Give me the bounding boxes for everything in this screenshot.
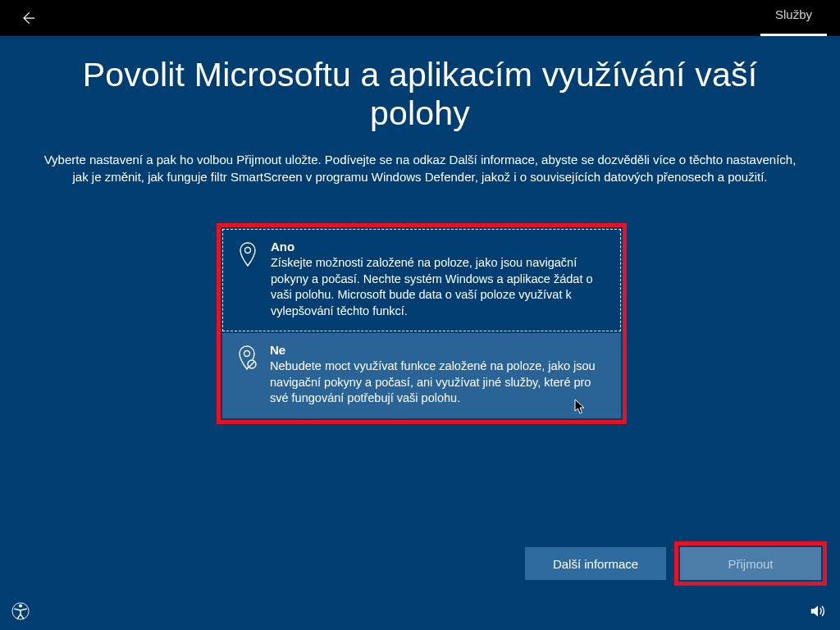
accept-annotation-box: Přijmout [674,541,827,586]
option-yes-desc: Získejte možnosti založené na poloze, ja… [271,255,605,319]
arrow-left-icon [20,10,36,26]
option-no-desc: Nebudete moct využívat funkce založené n… [270,358,606,407]
bottom-button-row: Další informace Přijmout [525,541,827,586]
option-no-title: Ne [270,343,606,357]
page-title: Povolit Microsoftu a aplikacím využívání… [0,56,840,133]
more-info-label: Další informace [553,557,638,571]
more-info-button[interactable]: Další informace [525,547,666,580]
location-pin-disabled-icon [237,343,258,407]
option-yes[interactable]: Ano Získejte možnosti založené na poloze… [222,229,621,331]
tab-services[interactable]: Služby [760,0,827,36]
page-subtitle: Vyberte nastavení a pak ho volbou Přijmo… [0,151,840,185]
volume-icon [809,602,827,620]
title-bar: Služby [0,0,840,36]
accept-button[interactable]: Přijmout [680,547,821,580]
volume-button[interactable] [809,602,829,622]
ease-of-access-icon [11,602,30,620]
ease-of-access-button[interactable] [11,602,31,622]
svg-point-0 [245,248,251,253]
option-no[interactable]: Ne Nebudete moct využívat funkce založen… [222,333,621,418]
location-pin-icon [238,240,259,319]
back-button[interactable] [16,7,39,30]
accept-label: Přijmout [728,557,773,571]
options-annotation-box: Ano Získejte možnosti založené na poloze… [217,223,627,424]
svg-point-1 [244,351,250,357]
svg-point-4 [19,605,22,608]
tab-label: Služby [775,7,812,21]
option-yes-title: Ano [271,240,605,253]
